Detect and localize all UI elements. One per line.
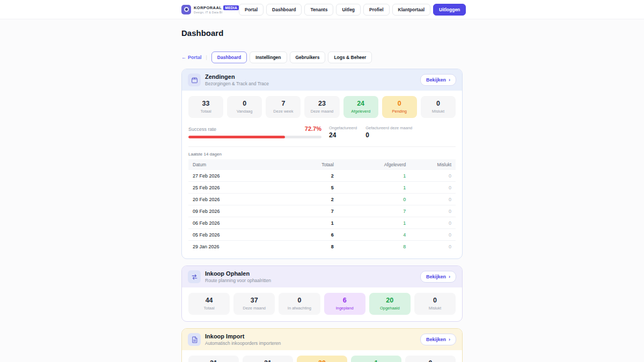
import-view-button[interactable]: Bekijken › [420, 334, 456, 345]
stat-review-nodig: 20Review nodig [297, 356, 347, 362]
shipments-subtitle: Bezorgingen & Track and Trace [205, 81, 269, 86]
stat-vandaag: 0Vandaag [227, 96, 262, 118]
table-header-row: Datum Totaal Afgeleverd Mislukt [188, 159, 456, 170]
table-row: 25 Feb 2026510 [188, 182, 456, 194]
nav-profiel[interactable]: Profiel [363, 4, 389, 16]
main-content: Dashboard ← Portal | Dashboard Instellin… [181, 28, 463, 362]
nav-portal[interactable]: Portal [239, 4, 264, 16]
gefactureerd-stat: Gefactureerd deze maand 0 [365, 125, 412, 139]
shipments-title: Zendingen [205, 73, 269, 80]
last-14-days-label: Laatste 14 dagen [188, 152, 456, 157]
stat-mislukt: 0Mislukt [405, 356, 456, 362]
stat-ingepland: 6Ingepland [324, 293, 365, 315]
page-title: Dashboard [181, 28, 463, 38]
package-icon [188, 73, 201, 86]
table-row: 20 Feb 2026200 [188, 194, 456, 205]
nav-klantportaal[interactable]: Klantportaal [392, 4, 431, 16]
stat-totaal: 33Totaal [188, 96, 223, 118]
chevron-right-icon: › [449, 275, 450, 279]
table-row: 06 Feb 2026110 [188, 217, 456, 229]
pickup-subtitle: Route planning voor ophaalritten [205, 278, 271, 283]
document-icon [188, 333, 201, 346]
import-stats: 21Totaal imports 21Deze maand 20Review n… [188, 356, 456, 362]
import-title: Inkoop Import [205, 333, 281, 339]
chevron-right-icon: › [449, 337, 450, 342]
nav-uitleg[interactable]: Uitleg [336, 4, 361, 16]
tab-bar: ← Portal | Dashboard Instellingen Gebrui… [181, 51, 463, 63]
stat-geimporteerd: 1Geïmporteerd [351, 356, 401, 362]
tab-instellingen[interactable]: Instellingen [250, 51, 287, 63]
stat-afgeleverd: 24Afgeleverd [343, 96, 378, 118]
shipments-metrics: Success rate 72.7% Ongefactureerd 24 Gef… [188, 125, 456, 147]
logo-tagline: Design, IT & Data BI [194, 11, 239, 14]
success-rate-value: 72.7% [305, 125, 321, 132]
stat-deze-maand: 37Deze maand [233, 293, 275, 315]
table-row: 29 Jan 2026880 [188, 241, 456, 253]
import-subtitle: Automatisch inkooporders importeren [205, 341, 281, 346]
table-row: 09 Feb 2026770 [188, 205, 456, 217]
swap-arrows-icon [188, 270, 201, 283]
chevron-right-icon: › [449, 78, 450, 83]
stat-mislukt: 0Mislukt [414, 293, 456, 315]
stat-totaal: 44Totaal [188, 293, 230, 315]
main-nav: Portal Dashboard Tenants Uitleg Profiel … [239, 4, 466, 16]
import-card: Inkoop Import Automatisch inkooporders i… [181, 328, 463, 362]
shipments-view-button[interactable]: Bekijken › [420, 74, 456, 86]
back-arrow-icon: ← [181, 55, 186, 60]
pickup-card-header: Inkoop Ophalen Route planning voor ophaa… [182, 266, 462, 287]
logo-badge: MEDIA [223, 5, 239, 10]
pickup-title: Inkoop Ophalen [205, 270, 271, 277]
stat-opgehaald: 20Opgehaald [369, 293, 411, 315]
pickup-view-button[interactable]: Bekijken › [420, 271, 456, 283]
pickup-card: Inkoop Ophalen Route planning voor ophaa… [181, 265, 463, 322]
shipments-stats: 33Totaal 0Vandaag 7Deze week 23Deze maan… [188, 96, 456, 118]
stat-deze-maand: 23Deze maand [304, 96, 339, 118]
success-rate-progress-fill [188, 136, 285, 138]
table-row: 05 Feb 2026640 [188, 229, 456, 241]
ongefactureerd-stat: Ongefactureerd 24 [329, 125, 357, 139]
stat-in-afwachting: 0In afwachting [279, 293, 320, 315]
nav-dashboard[interactable]: Dashboard [266, 4, 302, 16]
tab-dashboard[interactable]: Dashboard [211, 51, 247, 63]
tab-gebruikers[interactable]: Gebruikers [290, 51, 326, 63]
stat-pending: 0Pending [382, 96, 417, 118]
shipments-card: Zendingen Bezorgingen & Track and Trace … [181, 69, 463, 259]
success-rate-block: Success rate 72.7% [188, 125, 321, 138]
shipments-table: Datum Totaal Afgeleverd Mislukt 27 Feb 2… [188, 159, 456, 252]
stat-mislukt: 0Mislukt [421, 96, 456, 118]
logo-icon [181, 5, 191, 14]
stat-deze-week: 7Deze week [266, 96, 301, 118]
tab-separator: | [206, 55, 207, 60]
shipments-card-header: Zendingen Bezorgingen & Track and Trace … [182, 69, 462, 91]
back-to-portal-link[interactable]: ← Portal [181, 55, 202, 60]
stat-deze-maand: 21Deze maand [243, 356, 293, 362]
pickup-stats: 44Totaal 37Deze maand 0In afwachting 6In… [188, 293, 456, 315]
import-card-header: Inkoop Import Automatisch inkooporders i… [182, 329, 462, 350]
logo-name: KORPORAAL [194, 5, 222, 10]
success-rate-label: Success rate [188, 127, 216, 132]
stat-totaal-imports: 21Totaal imports [188, 356, 239, 362]
logo[interactable]: KORPORAAL MEDIA Design, IT & Data BI [181, 5, 239, 14]
nav-tenants[interactable]: Tenants [304, 4, 333, 16]
success-rate-progressbar [188, 136, 321, 138]
logout-button[interactable]: Uitloggen [433, 4, 466, 16]
tab-logs-beheer[interactable]: Logs & Beheer [328, 51, 372, 63]
top-bar: KORPORAAL MEDIA Design, IT & Data BI Por… [0, 0, 644, 19]
table-row: 27 Feb 2026210 [188, 170, 456, 182]
